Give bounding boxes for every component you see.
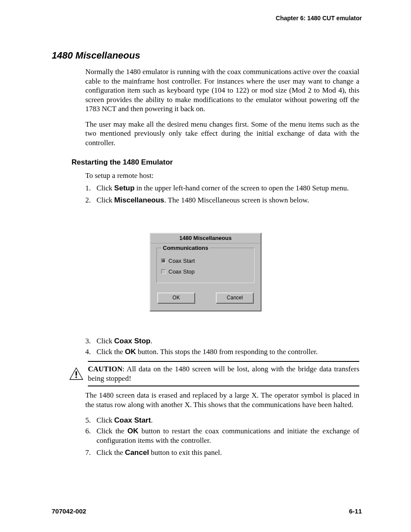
text-run: . [150,337,152,345]
ordered-list-bottom: 5. Click Coax Start. 6. Click the OK but… [85,416,359,457]
text-run: Click [97,184,114,192]
text-run: button to exit this panel. [149,448,222,457]
text-run: . The 1480 Miscellaneous screen is shown… [164,196,309,204]
step-number: 3. [85,336,97,346]
caution-label: CAUTION [88,365,122,373]
fieldset-legend: Communications [161,245,210,251]
bold-term: Cancel [125,448,149,457]
list-item: 1. Click Setup in the upper left-hand co… [85,184,359,193]
bold-term: Coax Stop [114,337,150,345]
bold-term: Coax Start [114,416,151,424]
ordered-list-top: 1. Click Setup in the upper left-hand co… [85,184,359,205]
paragraph-intro-2: The user may make all the desired menu c… [85,120,359,148]
step-number: 7. [85,448,97,457]
dialog-body: Communications Coax Start Coax Stop OK C… [150,243,261,311]
text-run: . [151,416,153,424]
list-item: 3. Click Coax Stop. [85,336,359,346]
dialog-button-row: OK Cancel [156,292,255,307]
caution-text: CAUTION: All data on the 1480 screen wil… [88,361,359,386]
step-number: 2. [85,196,97,205]
text-run: Click the [97,448,125,457]
step-number: 4. [85,347,97,357]
list-item: 5. Click Coax Start. [85,416,359,425]
steps-intro: To setup a remote host: [85,171,359,180]
footer-page-number: 6-11 [349,507,362,515]
radio-label: Coax Start [168,258,195,264]
subheading-restarting: Restarting the 1480 Emulator [72,158,359,167]
step-number: 5. [85,416,97,425]
svg-rect-2 [75,376,77,378]
footer-doc-number: 707042-002 [52,507,86,515]
text-run: Click the [97,427,128,435]
step-number: 6. [85,426,97,445]
fieldset-communications: Communications Coax Start Coax Stop [156,248,255,283]
list-item: 4. Click the OK button. This stops the 1… [85,347,359,357]
page: Chapter 6: 1480 CUT emulator 1480 Miscel… [0,0,411,532]
radio-icon [161,269,166,274]
step-text: Click the Cancel button to exit this pan… [97,448,359,457]
radio-coax-start[interactable]: Coax Start [161,258,250,264]
text-run: Click the [97,348,125,356]
bold-term: Miscellaneous [114,196,164,204]
step-text: Click Setup in the upper left-hand corne… [97,184,359,193]
list-item: 7. Click the Cancel button to exit this … [85,448,359,457]
ok-button[interactable]: OK [157,292,195,304]
page-footer: 707042-002 6-11 [52,507,362,515]
caution-icon [69,361,84,386]
dialog-title: 1480 Miscellaneous [150,233,261,243]
radio-coax-stop[interactable]: Coax Stop [161,268,250,275]
radio-icon [161,258,166,263]
bold-term: OK [125,348,136,356]
bold-term: OK [128,427,139,435]
step-number: 1. [85,184,97,193]
list-item: 2. Click Miscellaneous. The 1480 Miscell… [85,196,359,205]
step-text: Click the OK button. This stops the 1480… [97,347,359,357]
dialog-1480-miscellaneous: 1480 Miscellaneous Communications Coax S… [149,233,262,311]
list-item: 6. Click the OK button to restart the co… [85,426,359,445]
chapter-header: Chapter 6: 1480 CUT emulator [52,15,362,22]
svg-rect-1 [75,371,77,376]
caution-block: CAUTION: All data on the 1480 screen wil… [69,361,359,386]
text-run: Click [97,196,114,204]
step-text: Click Coax Stop. [97,336,359,346]
text-run: Click [97,416,114,424]
step-text: Click Miscellaneous. The 1480 Miscellane… [97,196,359,205]
text-run: button. This stops the 1480 from respond… [136,348,318,356]
caution-body: : All data on the 1480 screen will be lo… [88,365,359,383]
text-run: Click [97,337,114,345]
paragraph-after-caution: The 1480 screen data is erased and repla… [85,391,359,409]
dialog-screenshot: 1480 Miscellaneous Communications Coax S… [52,233,359,311]
radio-label: Coax Stop [168,268,195,275]
bold-term: Setup [114,184,134,192]
cancel-button[interactable]: Cancel [216,292,254,304]
section-title: 1480 Miscellaneous [52,50,359,61]
step-text: Click the OK button to restart the coax … [97,426,359,445]
text-run: in the upper left-hand corner of the scr… [134,184,349,192]
paragraph-intro-1: Normally the 1480 emulator is running wi… [85,67,359,114]
step-text: Click Coax Start. [97,416,359,425]
ordered-list-mid: 3. Click Coax Stop. 4. Click the OK butt… [85,336,359,357]
